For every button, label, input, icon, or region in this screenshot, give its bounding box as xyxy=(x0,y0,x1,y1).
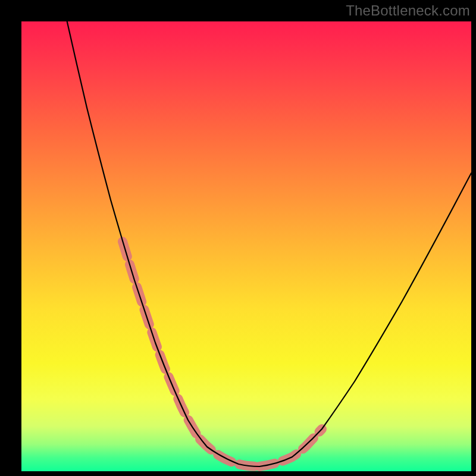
curve-beads-left xyxy=(123,242,197,435)
watermark-text: TheBottleneck.com xyxy=(346,2,470,19)
bottleneck-curve-svg xyxy=(21,21,471,471)
curve-beads-right xyxy=(259,429,322,466)
chart-frame: TheBottleneck.com xyxy=(0,0,476,476)
curve-beads-bottom xyxy=(200,439,259,466)
plot-area xyxy=(21,21,471,471)
